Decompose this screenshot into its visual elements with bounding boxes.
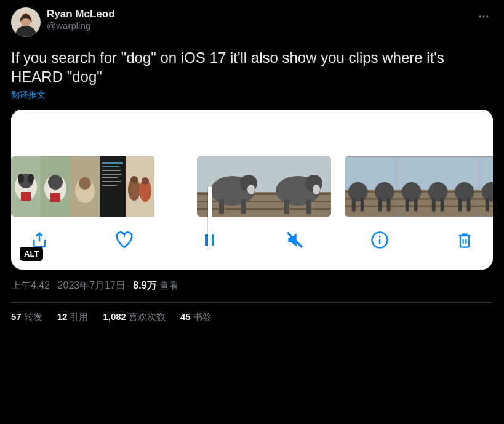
divider: [11, 302, 493, 303]
svg-rect-75: [414, 198, 417, 212]
likes-stat[interactable]: 1,082喜欢次数: [103, 311, 166, 323]
tweet-container: Ryan McLeod @warpling If you search for …: [0, 0, 504, 323]
more-options-button[interactable]: [474, 7, 493, 26]
svg-point-65: [375, 182, 394, 202]
svg-rect-20: [102, 162, 123, 164]
svg-rect-74: [405, 198, 409, 212]
bookmarks-count: 45: [180, 311, 191, 322]
delete-button[interactable]: [452, 228, 477, 252]
svg-rect-90: [458, 198, 462, 212]
retweets-stat[interactable]: 57转发: [11, 311, 42, 323]
quotes-stat[interactable]: 12引用: [57, 311, 89, 323]
tweet-stats: 57转发 12引用 1,082喜欢次数 45书签: [11, 311, 493, 323]
info-button[interactable]: [367, 228, 392, 252]
translate-link[interactable]: 翻译推文: [11, 90, 46, 101]
svg-rect-23: [102, 174, 122, 175]
tweet-metadata: 上午4:42 · 2023年7月17日 · 8.9万 查看: [11, 279, 493, 292]
svg-point-41: [247, 185, 255, 194]
bookmarks-label: 书签: [193, 311, 212, 322]
svg-rect-21: [102, 166, 119, 167]
video-timeline[interactable]: [11, 156, 493, 217]
tweet-time[interactable]: 上午4:42: [11, 279, 50, 292]
svg-point-105: [379, 236, 381, 238]
svg-rect-82: [432, 198, 436, 212]
svg-rect-26: [102, 185, 117, 186]
svg-rect-59: [361, 198, 364, 212]
svg-point-4: [482, 15, 484, 17]
svg-rect-49: [284, 199, 289, 214]
views-label: 查看: [159, 279, 179, 292]
alt-badge[interactable]: ALT: [20, 247, 43, 261]
svg-rect-64: [371, 206, 398, 207]
svg-rect-72: [398, 206, 425, 207]
svg-point-30: [130, 176, 138, 183]
like-button[interactable]: [112, 228, 137, 252]
svg-point-57: [348, 182, 368, 202]
svg-point-73: [402, 182, 422, 202]
svg-point-18: [79, 177, 91, 190]
svg-rect-91: [467, 198, 471, 212]
svg-rect-83: [441, 198, 444, 212]
bookmarks-stat[interactable]: 45书签: [180, 311, 212, 323]
svg-rect-24: [102, 177, 118, 178]
views-count[interactable]: 8.9万: [133, 279, 156, 292]
svg-rect-88: [451, 206, 478, 207]
svg-point-3: [479, 15, 481, 17]
svg-rect-40: [241, 199, 246, 214]
quotes-count: 12: [57, 311, 68, 322]
clip-group-2[interactable]: [197, 156, 331, 217]
tweet-header: Ryan McLeod @warpling: [11, 7, 493, 37]
display-name[interactable]: Ryan McLeod: [47, 7, 115, 20]
media-toolbar: [11, 217, 493, 270]
quotes-label: 引用: [70, 311, 88, 322]
svg-point-81: [428, 182, 448, 202]
media-attachment[interactable]: "dog": [11, 110, 493, 270]
meta-separator: ·: [52, 281, 55, 292]
meta-separator: ·: [128, 281, 130, 292]
svg-rect-39: [219, 199, 224, 214]
svg-point-11: [28, 174, 34, 183]
svg-rect-58: [352, 198, 356, 212]
svg-rect-56: [345, 206, 371, 207]
svg-point-89: [455, 182, 474, 202]
svg-rect-36: [197, 208, 265, 210]
svg-rect-80: [425, 206, 451, 207]
svg-point-51: [313, 185, 320, 194]
video-playhead[interactable]: [208, 186, 212, 250]
likes-label: 喜欢次数: [129, 311, 166, 322]
author-names: Ryan McLeod @warpling: [47, 7, 115, 32]
svg-point-5: [486, 15, 488, 17]
svg-point-14: [48, 175, 63, 190]
clip-group-1[interactable]: [11, 156, 183, 217]
svg-rect-66: [378, 198, 382, 212]
likes-count: 1,082: [103, 311, 126, 322]
svg-rect-15: [50, 193, 60, 202]
retweets-label: 转发: [24, 311, 42, 322]
tweet-text: If you search for "dog" on iOS 17 it'll …: [11, 48, 493, 86]
svg-rect-67: [387, 198, 391, 212]
avatar[interactable]: [11, 7, 41, 37]
mute-button[interactable]: [282, 228, 307, 252]
svg-rect-98: [485, 198, 489, 212]
handle[interactable]: @warpling: [47, 20, 115, 32]
tweet-date[interactable]: 2023年7月17日: [58, 279, 126, 292]
svg-rect-50: [306, 199, 311, 214]
svg-rect-46: [265, 208, 331, 210]
svg-rect-9: [21, 192, 31, 201]
svg-rect-25: [102, 181, 121, 182]
svg-rect-22: [102, 170, 121, 171]
clip-group-3[interactable]: [345, 156, 493, 217]
media-whitespace: [11, 110, 493, 156]
svg-rect-19: [100, 156, 126, 217]
svg-point-31: [142, 177, 149, 185]
svg-point-10: [18, 174, 24, 183]
retweets-count: 57: [11, 311, 22, 322]
